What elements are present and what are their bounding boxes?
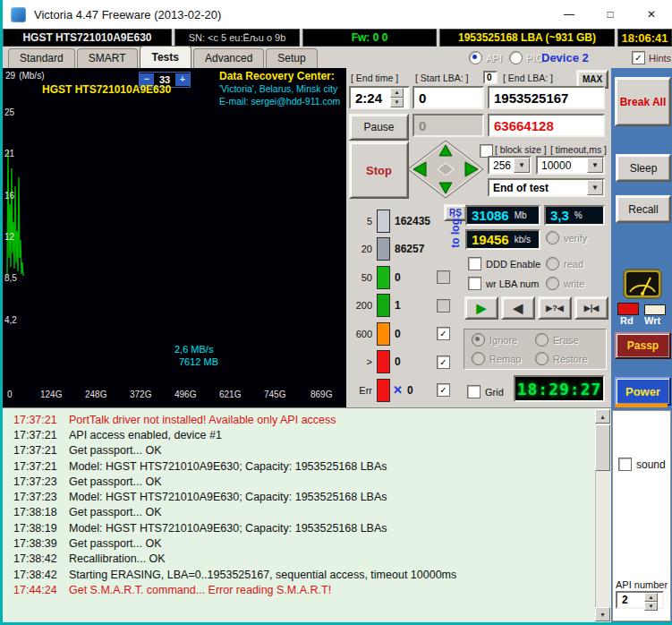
maximize-button[interactable]: □ <box>590 0 631 29</box>
sound-checkbox[interactable]: sound <box>618 458 666 471</box>
mode-radio-ignore[interactable]: Ignore <box>472 333 535 347</box>
scroll-up-icon[interactable]: ▲ <box>595 409 610 424</box>
read-radio[interactable]: read <box>546 257 583 270</box>
log-message: Model: HGST HTS721010A9E630; Capacity: 1… <box>69 491 387 503</box>
spin-up-icon[interactable]: ▲ <box>390 88 404 98</box>
recall-button[interactable]: Recall <box>616 195 671 223</box>
latency-log-checkbox[interactable] <box>437 270 450 284</box>
back-button[interactable]: ◀ <box>501 296 535 320</box>
current-volume-note: 7612 MB <box>179 356 218 367</box>
latency-color-block <box>377 237 390 261</box>
banner-line2: 'Victoria', Belarus, Minsk city <box>219 82 340 95</box>
minimize-button[interactable]: — <box>549 0 590 29</box>
end-time-field[interactable]: 2:24 ▲ ▼ <box>349 86 410 109</box>
dropdown-arrow-icon[interactable]: ▼ <box>514 158 530 173</box>
log-message: API access enabled, device #1 <box>69 429 222 441</box>
mode-radio-remap[interactable]: Remap <box>472 352 535 365</box>
pause-button[interactable]: Pause <box>349 114 409 141</box>
end-lba-field[interactable]: 1953525167 <box>488 86 605 109</box>
x-tick: 869G <box>310 390 332 399</box>
timeout-select[interactable]: 10000 ▼ <box>536 156 605 175</box>
verify-label: verify <box>564 233 587 244</box>
step-button[interactable]: ▶|◀ <box>574 296 608 320</box>
log-scrollbar[interactable]: ▲ ▼ <box>595 409 610 621</box>
passport-button[interactable]: Passp <box>615 332 671 359</box>
tab-standard[interactable]: Standard <box>8 48 75 68</box>
radio-icon <box>546 231 559 244</box>
dropdown-arrow-icon[interactable]: ▼ <box>587 158 603 173</box>
block-size-select[interactable]: 256 ▼ <box>488 156 532 175</box>
sleep-button[interactable]: Sleep <box>616 154 671 182</box>
scrollbar-thumb[interactable] <box>595 424 610 471</box>
latency-color-block <box>377 210 390 233</box>
break-all-button[interactable]: Break All <box>615 77 671 126</box>
graph-x-axis: 0124G248G372G496G621G745G869G <box>3 388 346 402</box>
wr-lba-num-checkbox[interactable]: wr LBA num <box>468 277 539 290</box>
app-icon <box>11 7 26 22</box>
checkbox-icon <box>468 257 481 270</box>
grid-checkbox[interactable]: Grid <box>467 385 504 398</box>
spin-down-icon[interactable]: ▼ <box>644 602 658 611</box>
close-button[interactable]: ✕ <box>631 0 672 29</box>
seek-error-button[interactable]: ▶?◀ <box>538 296 572 320</box>
graph-drive-title: HGST HTS721010A9E630 <box>42 83 171 96</box>
zoom-in-button[interactable]: + <box>175 73 190 86</box>
tab-setup[interactable]: Setup <box>266 48 317 68</box>
window-border-left <box>0 0 3 625</box>
end-action-select[interactable]: End of test ▼ <box>488 178 605 197</box>
latency-label: > <box>351 356 372 367</box>
start-lba-mini-field[interactable]: 0 <box>483 71 498 84</box>
spin-down-icon[interactable]: ▼ <box>390 98 404 107</box>
latency-log-checkbox[interactable] <box>437 299 450 312</box>
x-tick: 621G <box>219 390 241 399</box>
victoria-window: Victoria 4.47 Freeware (2013-02-20) — □ … <box>0 0 672 625</box>
jog-diamond-control[interactable] <box>407 140 484 199</box>
log-line: 17:38:42Starting ERASING, LBA=0..1953525… <box>13 567 591 582</box>
tab-smart[interactable]: SMART <box>77 48 138 68</box>
dropdown-arrow-icon[interactable]: ▼ <box>587 180 603 195</box>
log-time: 17:37:21 <box>13 460 69 473</box>
y-unit-label: (Mb/s) <box>19 71 44 81</box>
percent-unit: % <box>574 210 583 220</box>
end-lba-label: [ End LBA: ] <box>503 73 553 83</box>
mode-radio-restore[interactable]: Restore <box>535 352 599 365</box>
latency-value: 0 <box>395 271 401 284</box>
tab-tests[interactable]: Tests <box>140 46 191 68</box>
latency-log-checkbox[interactable]: ✓ <box>437 327 450 340</box>
stop-button[interactable]: Stop <box>349 141 409 199</box>
write-radio[interactable]: write <box>546 277 584 290</box>
mode-radio-erase[interactable]: Erase <box>535 333 599 347</box>
y-axis-unit: 29 (Mb/s) <box>5 71 44 81</box>
log-time: 17:37:21 <box>13 414 69 426</box>
x-tick: 372G <box>130 390 151 399</box>
scroll-down-icon[interactable]: ▼ <box>595 607 610 621</box>
hints-checkbox[interactable]: ✓ Hints <box>632 51 671 64</box>
power-button[interactable]: Power <box>615 377 671 406</box>
tab-advanced[interactable]: Advanced <box>193 48 264 68</box>
log-message: Get passport... OK <box>69 537 162 550</box>
api-label: API <box>486 53 502 64</box>
log-message: Starting ERASING, LBA=0..1953525167, seq… <box>69 569 456 581</box>
latency-log-checkbox[interactable]: ✓ <box>437 355 450 369</box>
power-indicator-bar <box>615 404 668 407</box>
start-button[interactable]: ▶ <box>464 296 498 320</box>
radio-icon <box>472 333 485 347</box>
api-mode-radio[interactable]: API <box>469 51 502 64</box>
y-top-tick: 29 <box>5 71 15 81</box>
log-lines: 17:37:21PortTalk driver not installed! A… <box>13 412 591 598</box>
verify-radio[interactable]: verify <box>546 231 587 244</box>
x-tick: 248G <box>85 390 106 399</box>
pio-mode-radio[interactable]: PIO <box>509 51 543 64</box>
log-area[interactable]: 17:37:21PortTalk driver not installed! A… <box>3 407 611 622</box>
latency-log-checkbox[interactable]: ✓ <box>437 383 450 397</box>
drive-firmware: Fw: 0 0 <box>302 29 437 47</box>
api-number-spinner[interactable]: 2 ▲ ▼ <box>616 591 664 609</box>
start-lba-field[interactable]: 0 <box>413 86 484 109</box>
to-log-label: to log: <box>449 215 462 248</box>
wrt-label: Wrt <box>644 315 660 326</box>
current-lba-field: 63664128 <box>488 114 605 137</box>
y-tick: 25 <box>4 107 14 117</box>
latency-color-block <box>377 379 390 402</box>
ddd-enable-checkbox[interactable]: DDD Enable <box>468 257 540 270</box>
spin-up-icon[interactable]: ▲ <box>644 593 658 602</box>
